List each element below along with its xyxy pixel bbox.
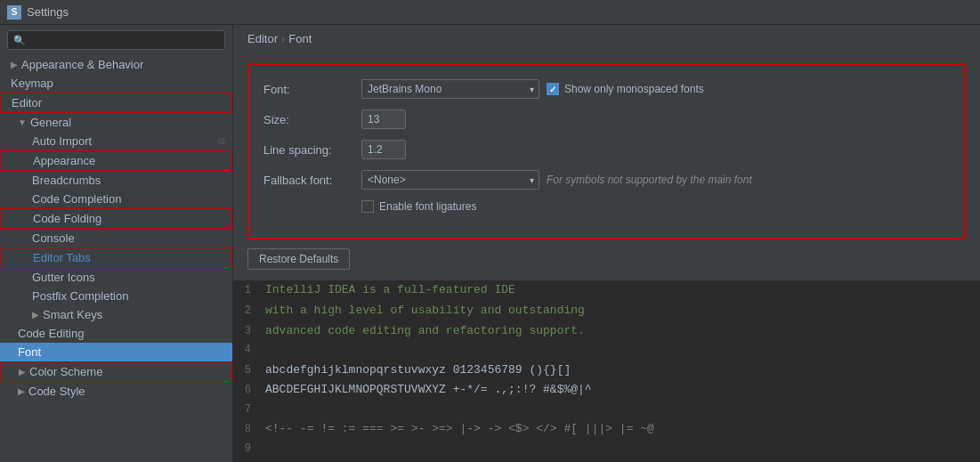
sidebar-item-console[interactable]: Console bbox=[0, 229, 232, 247]
ligatures-label: Enable font ligatures bbox=[379, 200, 476, 213]
code-line-7: 7 bbox=[233, 401, 980, 419]
line-number: 9 bbox=[233, 441, 258, 458]
sidebar-item-general[interactable]: ▼ General bbox=[0, 113, 232, 132]
arrow-icon: ▼ bbox=[18, 118, 27, 127]
ligatures-row: Enable font ligatures bbox=[263, 200, 950, 213]
sidebar-item-label: Code Completion bbox=[32, 192, 121, 206]
fallback-font-row: Fallback font: <None> For symbols not su… bbox=[263, 170, 950, 190]
breadcrumb: Editor › Font bbox=[233, 25, 980, 53]
sidebar-item-code-editing[interactable]: Code Editing bbox=[0, 324, 232, 343]
window-title: Settings bbox=[27, 5, 69, 19]
fallback-font-value-group: <None> For symbols not supported by the … bbox=[361, 170, 752, 190]
sidebar-item-keymap[interactable]: Keymap bbox=[0, 74, 232, 93]
code-lines: 1 IntelliJ IDEA is a full-featured IDE 2… bbox=[233, 280, 980, 458]
size-value-group bbox=[361, 109, 406, 129]
sidebar-item-code-style[interactable]: ▶ Code Style bbox=[0, 382, 232, 401]
fallback-hint: For symbols not supported by the main fo… bbox=[547, 174, 752, 186]
line-number: 6 bbox=[233, 382, 258, 399]
sidebar-item-label: Code Style bbox=[28, 385, 85, 398]
sidebar-item-color-scheme[interactable]: ▶ Color Scheme bbox=[0, 361, 232, 382]
sidebar-item-label: Console bbox=[32, 231, 75, 245]
breadcrumb-part-2: Font bbox=[288, 32, 312, 45]
line-number: 8 bbox=[233, 421, 258, 438]
font-label: Font: bbox=[263, 83, 361, 96]
code-text: <!-- -= != := === >= >- >=> |-> -> <$> <… bbox=[258, 420, 654, 439]
code-line-1: 1 IntelliJ IDEA is a full-featured IDE bbox=[233, 280, 980, 301]
sidebar-item-label: Postfix Completion bbox=[32, 289, 128, 303]
sidebar-item-breadcrumbs[interactable]: Breadcrumbs bbox=[0, 171, 232, 190]
line-spacing-input[interactable] bbox=[361, 140, 406, 159]
fallback-font-label: Fallback font: bbox=[263, 174, 361, 187]
show-monospaced-label: Show only monospaced fonts bbox=[564, 83, 704, 95]
sidebar-item-code-folding[interactable]: Code Folding bbox=[0, 208, 232, 229]
line-spacing-value-group bbox=[361, 140, 406, 159]
sidebar-item-smart-keys[interactable]: ▶ Smart Keys bbox=[0, 305, 232, 324]
font-value-group: JetBrains Mono ✓ Show only monospaced fo… bbox=[361, 79, 704, 99]
search-box[interactable]: 🔍 bbox=[7, 30, 225, 50]
sidebar-item-postfix-completion[interactable]: Postfix Completion bbox=[0, 287, 232, 305]
code-line-6: 6 ABCDEFGHIJKLMNOPQRSTUVWXYZ +-*/= .,;:!… bbox=[233, 380, 980, 401]
sidebar-item-label: Color Scheme bbox=[29, 365, 102, 378]
breadcrumb-part-1: Editor bbox=[247, 32, 278, 45]
code-line-5: 5 abcdefghijklmnopqrstuvwxyz 0123456789 … bbox=[233, 361, 980, 381]
sidebar-item-label: Code Folding bbox=[33, 212, 101, 225]
code-text: ABCDEFGHIJKLMNOPQRSTUVWXYZ +-*/= .,;:!? … bbox=[258, 381, 592, 400]
sidebar-item-label: Smart Keys bbox=[43, 308, 102, 321]
main-panel: Editor › Font Font: JetBrains Mono bbox=[233, 25, 980, 462]
sidebar-item-label: Appearance bbox=[33, 154, 95, 167]
app-icon: S bbox=[7, 5, 21, 20]
sidebar-item-font[interactable]: Font bbox=[0, 343, 232, 361]
sidebar-item-gutter-icons[interactable]: Gutter Icons bbox=[0, 268, 232, 287]
title-bar: S Settings bbox=[0, 0, 980, 25]
settings-panel: Font: JetBrains Mono ✓ bbox=[233, 53, 980, 280]
sidebar-item-label: Font bbox=[18, 345, 41, 359]
copy-icon: ⧉ bbox=[218, 135, 225, 147]
arrow-icon: ▶ bbox=[19, 367, 26, 377]
arrow-icon: ▶ bbox=[18, 386, 25, 396]
sidebar-item-editor-tabs[interactable]: Editor Tabs bbox=[0, 247, 232, 268]
breadcrumb-separator: › bbox=[281, 32, 285, 45]
size-label: Size: bbox=[263, 113, 361, 126]
sidebar-item-label: Code Editing bbox=[18, 327, 84, 340]
font-row: Font: JetBrains Mono ✓ bbox=[263, 79, 950, 99]
fallback-font-dropdown-wrap: <None> bbox=[361, 170, 539, 190]
settings-window: S Settings 🔍 ▶ Appearance & Behavior Key… bbox=[0, 0, 980, 462]
sidebar-item-label: Auto Import bbox=[32, 134, 92, 148]
code-preview: 1 IntelliJ IDEA is a full-featured IDE 2… bbox=[233, 280, 980, 462]
line-spacing-label: Line spacing: bbox=[263, 143, 361, 157]
line-number: 3 bbox=[233, 323, 258, 340]
size-row: Size: bbox=[263, 109, 950, 129]
show-monospaced-checkbox[interactable]: ✓ bbox=[547, 83, 559, 95]
sidebar-item-appearance-behavior[interactable]: ▶ Appearance & Behavior bbox=[0, 55, 232, 74]
arrow-icon: ▶ bbox=[32, 310, 39, 320]
sidebar: 🔍 ▶ Appearance & Behavior Keymap Editor … bbox=[0, 25, 233, 462]
code-line-3: 3 advanced code editing and refactoring … bbox=[233, 321, 980, 342]
font-settings-box: Font: JetBrains Mono ✓ bbox=[247, 63, 966, 239]
search-input[interactable] bbox=[29, 34, 219, 46]
sidebar-item-label: Editor bbox=[12, 96, 42, 109]
sidebar-item-auto-import[interactable]: Auto Import ⧉ bbox=[0, 132, 232, 150]
fallback-font-dropdown[interactable]: <None> bbox=[361, 170, 539, 190]
restore-defaults-button[interactable]: Restore Defaults bbox=[247, 248, 350, 270]
line-number: 5 bbox=[233, 362, 258, 379]
size-input[interactable] bbox=[361, 109, 406, 129]
sidebar-item-code-completion[interactable]: Code Completion bbox=[0, 190, 232, 208]
ligatures-checkbox[interactable] bbox=[361, 200, 374, 213]
code-text: with a high level of usability and outst… bbox=[258, 302, 585, 320]
sidebar-item-label: Breadcrumbs bbox=[32, 174, 101, 187]
font-dropdown-wrap: JetBrains Mono bbox=[361, 79, 539, 99]
line-number: 1 bbox=[233, 282, 258, 299]
sidebar-item-label: Editor Tabs bbox=[33, 251, 91, 264]
code-text: abcdefghijklmnopqrstuvwxyz 0123456789 ()… bbox=[258, 361, 571, 380]
sidebar-item-editor[interactable]: Editor bbox=[0, 93, 232, 113]
ligatures-checkbox-row: Enable font ligatures bbox=[361, 200, 476, 213]
code-line-4: 4 bbox=[233, 341, 980, 360]
arrow-icon: ▶ bbox=[11, 60, 18, 69]
line-number: 2 bbox=[233, 303, 258, 320]
line-number: 7 bbox=[233, 401, 258, 418]
sidebar-item-label: Keymap bbox=[11, 77, 53, 90]
show-monospaced-row: ✓ Show only monospaced fonts bbox=[547, 83, 704, 95]
font-dropdown[interactable]: JetBrains Mono bbox=[361, 79, 539, 99]
sidebar-item-label: Appearance & Behavior bbox=[21, 58, 143, 71]
sidebar-item-appearance[interactable]: Appearance bbox=[0, 150, 232, 171]
